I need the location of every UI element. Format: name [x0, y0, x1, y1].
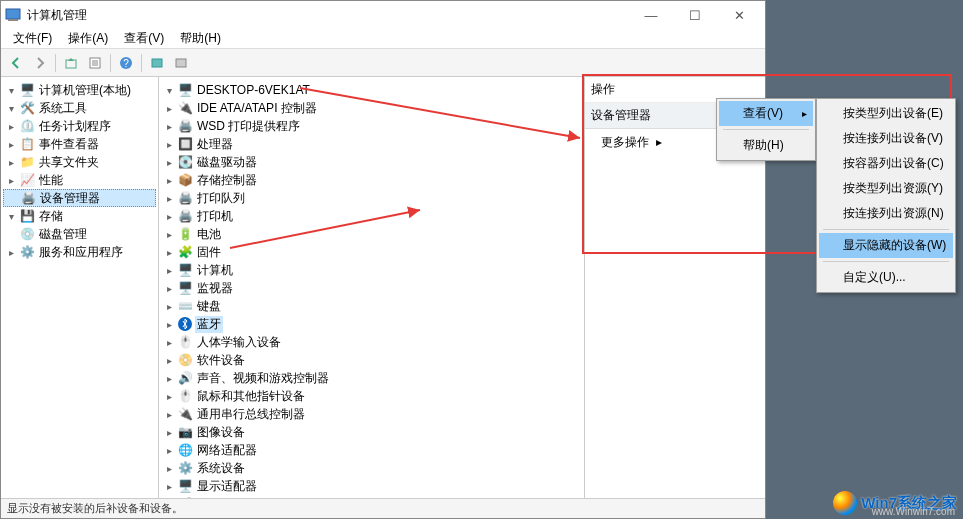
menu-help[interactable]: 帮助(H)	[172, 28, 229, 49]
tree-device-manager[interactable]: 🖨️设备管理器	[3, 189, 156, 207]
device-keyboard[interactable]: ▸⌨️键盘	[161, 297, 582, 315]
middle-pane[interactable]: ▾🖥️DESKTOP-6VEK1AT ▸🔌IDE ATA/ATAPI 控制器 ▸…	[159, 77, 585, 498]
ctx2-by-conn-dev[interactable]: 按连接列出设备(V)	[819, 126, 953, 151]
tree-shared-folders[interactable]: ▸📁共享文件夹	[3, 153, 156, 171]
computer-icon: 🖥️	[177, 262, 193, 278]
printer-icon: 🖨️	[177, 208, 193, 224]
tree-storage[interactable]: ▾💾存储	[3, 207, 156, 225]
menu-action[interactable]: 操作(A)	[60, 28, 116, 49]
tree-root-local[interactable]: ▾🖥️计算机管理(本地)	[3, 81, 156, 99]
cpu-icon: 🔲	[177, 136, 193, 152]
body: ▾🖥️计算机管理(本地) ▾🛠️系统工具 ▸⏲️任务计划程序 ▸📋事件查看器 ▸…	[1, 77, 765, 498]
device-network[interactable]: ▸🌐网络适配器	[161, 441, 582, 459]
perf-icon: 📈	[19, 172, 35, 188]
device-bluetooth[interactable]: ▸蓝牙	[161, 315, 582, 333]
storage-icon: 📦	[177, 172, 193, 188]
submenu-arrow-icon: ▸	[802, 108, 807, 119]
event-icon: 📋	[19, 136, 35, 152]
mouse-icon: 🖱️	[177, 388, 193, 404]
app-icon	[5, 7, 21, 23]
close-button[interactable]: ✕	[717, 3, 761, 27]
tree-event-viewer[interactable]: ▸📋事件查看器	[3, 135, 156, 153]
status-text: 显示没有被安装的后补设备和设备。	[7, 501, 183, 516]
printer-icon: 🖨️	[177, 118, 193, 134]
tree-task-scheduler[interactable]: ▸⏲️任务计划程序	[3, 117, 156, 135]
toolbar: ?	[1, 49, 765, 77]
ctx1-help[interactable]: 帮助(H)	[719, 133, 813, 158]
svg-rect-10	[176, 59, 186, 67]
tree-services-apps[interactable]: ▸⚙️服务和应用程序	[3, 243, 156, 261]
menu-separator	[823, 229, 949, 230]
computer-management-window: 计算机管理 — ☐ ✕ 文件(F) 操作(A) 查看(V) 帮助(H) ? ▾🖥…	[0, 0, 766, 519]
svg-text:?: ?	[123, 58, 129, 69]
device-software[interactable]: ▸📀软件设备	[161, 351, 582, 369]
device-storage-ctrl[interactable]: ▸📦存储控制器	[161, 171, 582, 189]
help-button[interactable]: ?	[115, 52, 137, 74]
menu-view[interactable]: 查看(V)	[116, 28, 172, 49]
menubar: 文件(F) 操作(A) 查看(V) 帮助(H)	[1, 29, 765, 49]
refresh-button[interactable]	[170, 52, 192, 74]
device-battery[interactable]: ▸🔋电池	[161, 225, 582, 243]
ctx2-show-hidden[interactable]: 显示隐藏的设备(W)	[819, 233, 953, 258]
device-cpu[interactable]: ▸🔲处理器	[161, 135, 582, 153]
menu-file[interactable]: 文件(F)	[5, 28, 60, 49]
device-manager-icon: 🖨️	[20, 190, 36, 206]
forward-button[interactable]	[29, 52, 51, 74]
properties-button[interactable]	[84, 52, 106, 74]
tree-disk-management[interactable]: 💿磁盘管理	[3, 225, 156, 243]
separator	[141, 54, 142, 72]
tree-performance[interactable]: ▸📈性能	[3, 171, 156, 189]
device-print-queue[interactable]: ▸🖨️打印队列	[161, 189, 582, 207]
scan-button[interactable]	[146, 52, 168, 74]
minimize-button[interactable]: —	[629, 3, 673, 27]
chip-icon: 🧩	[177, 244, 193, 260]
computer-icon: 🖥️	[177, 82, 193, 98]
device-monitor[interactable]: ▸🖥️监视器	[161, 279, 582, 297]
maximize-button[interactable]: ☐	[673, 3, 717, 27]
ctx2-by-type-dev[interactable]: 按类型列出设备(E)	[819, 101, 953, 126]
window-title: 计算机管理	[27, 7, 629, 24]
battery-icon: 🔋	[177, 226, 193, 242]
device-firmware[interactable]: ▸🧩固件	[161, 243, 582, 261]
camera-icon: 📷	[177, 424, 193, 440]
ctx2-customize[interactable]: 自定义(U)...	[819, 265, 953, 290]
svg-rect-9	[152, 59, 162, 67]
device-disk-drives[interactable]: ▸💽磁盘驱动器	[161, 153, 582, 171]
device-audio[interactable]: ▸🔊声音、视频和游戏控制器	[161, 369, 582, 387]
controller-icon: 🔌	[177, 100, 193, 116]
system-icon: ⚙️	[177, 460, 193, 476]
ctx2-by-type-res[interactable]: 按类型列出资源(Y)	[819, 176, 953, 201]
device-hid[interactable]: ▸🖱️人体学输入设备	[161, 333, 582, 351]
ctx2-by-container-dev[interactable]: 按容器列出设备(C)	[819, 151, 953, 176]
device-display[interactable]: ▸🖥️显示适配器	[161, 477, 582, 495]
bluetooth-icon	[177, 316, 193, 332]
device-wsd[interactable]: ▸🖨️WSD 打印提供程序	[161, 117, 582, 135]
watermark-logo-icon	[833, 491, 857, 515]
audio-icon: 🔊	[177, 370, 193, 386]
context-menu-2: 按类型列出设备(E) 按连接列出设备(V) 按容器列出设备(C) 按类型列出资源…	[816, 98, 956, 293]
ctx2-by-conn-res[interactable]: 按连接列出资源(N)	[819, 201, 953, 226]
software-icon: 📀	[177, 352, 193, 368]
device-system[interactable]: ▸⚙️系统设备	[161, 459, 582, 477]
back-button[interactable]	[5, 52, 27, 74]
device-printers[interactable]: ▸🖨️打印机	[161, 207, 582, 225]
svg-rect-0	[6, 9, 20, 19]
disk-icon: 💽	[177, 154, 193, 170]
device-ide[interactable]: ▸🔌IDE ATA/ATAPI 控制器	[161, 99, 582, 117]
device-mouse[interactable]: ▸🖱️鼠标和其他指针设备	[161, 387, 582, 405]
titlebar: 计算机管理 — ☐ ✕	[1, 1, 765, 29]
device-computer[interactable]: ▸🖥️计算机	[161, 261, 582, 279]
up-button[interactable]	[60, 52, 82, 74]
left-tree: ▾🖥️计算机管理(本地) ▾🛠️系统工具 ▸⏲️任务计划程序 ▸📋事件查看器 ▸…	[3, 81, 156, 261]
keyboard-icon: ⌨️	[177, 298, 193, 314]
hid-icon: 🖱️	[177, 334, 193, 350]
device-imaging[interactable]: ▸📷图像设备	[161, 423, 582, 441]
device-usb[interactable]: ▸🔌通用串行总线控制器	[161, 405, 582, 423]
tree-system-tools[interactable]: ▾🛠️系统工具	[3, 99, 156, 117]
ctx1-view[interactable]: 查看(V)▸	[719, 101, 813, 126]
monitor-icon: 🖥️	[177, 280, 193, 296]
left-pane[interactable]: ▾🖥️计算机管理(本地) ▾🛠️系统工具 ▸⏲️任务计划程序 ▸📋事件查看器 ▸…	[1, 77, 159, 498]
usb-icon: 🔌	[177, 406, 193, 422]
clock-icon: ⏲️	[19, 118, 35, 134]
device-root[interactable]: ▾🖥️DESKTOP-6VEK1AT	[161, 81, 582, 99]
